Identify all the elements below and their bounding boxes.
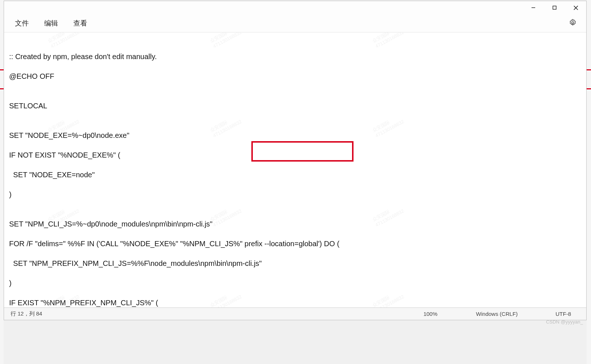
maximize-button[interactable] [544,1,565,14]
menu-left-group: 文件 编辑 查看 [8,16,89,30]
app-window: 文件 编辑 查看 :: Created by npm, please don't… [4,1,587,320]
status-bar: 行 12，列 84 100% Windows (CRLF) UTF-8 [4,307,586,320]
status-zoom[interactable]: 100% [414,311,447,317]
code-line: SET "NODE_EXE=%~dp0\node.exe" [9,131,581,140]
settings-button[interactable] [569,19,577,28]
left-edge-background [0,0,4,364]
window-controls [523,1,586,14]
csdn-watermark: CSDN @yyyyan_ [546,319,583,325]
menu-right-group [569,19,583,28]
close-button[interactable] [565,1,586,14]
left-edge-marker [0,88,4,89]
code-line: FOR /F "delims=" %%F IN ('CALL "%NODE_EX… [9,239,581,249]
gear-icon [569,19,577,27]
left-edge-marker [0,69,4,70]
status-position[interactable]: 行 12，列 84 [11,310,414,317]
code-content[interactable]: :: Created by npm, please don't edit man… [9,42,581,307]
code-line: IF EXIST "%NPM_PREFIX_NPM_CLI_JS%" ( [9,298,581,307]
svg-point-4 [572,22,574,24]
code-line: @ECHO OFF [9,71,581,81]
title-bar [4,1,586,14]
menu-edit[interactable]: 编辑 [42,16,60,30]
right-edge-marker [587,69,591,70]
status-right-group: 100% Windows (CRLF) UTF-8 [414,311,580,317]
code-line: SET "NPM_CLI_JS=%~dp0\node_modules\npm\b… [9,219,581,229]
minimize-button[interactable] [523,1,544,14]
code-line: ) [9,278,581,288]
code-line: SETLOCAL [9,101,581,111]
editor-area[interactable]: :: Created by npm, please don't edit man… [4,32,586,307]
status-encoding[interactable]: UTF-8 [547,311,580,317]
menu-view[interactable]: 查看 [71,16,89,30]
code-line: SET "NODE_EXE=node" [9,170,581,180]
code-line: SET "NPM_PREFIX_NPM_CLI_JS=%%F\node_modu… [9,259,581,268]
menu-bar: 文件 编辑 查看 [4,14,586,32]
menu-file[interactable]: 文件 [13,16,31,30]
svg-rect-1 [553,6,556,9]
right-edge-background [587,0,591,364]
right-edge-marker [587,88,591,89]
code-line: IF NOT EXIST "%NODE_EXE%" ( [9,150,581,160]
status-line-ending[interactable]: Windows (CRLF) [476,311,518,317]
code-line: ) [9,190,581,200]
code-line: :: Created by npm, please don't edit man… [9,52,581,62]
